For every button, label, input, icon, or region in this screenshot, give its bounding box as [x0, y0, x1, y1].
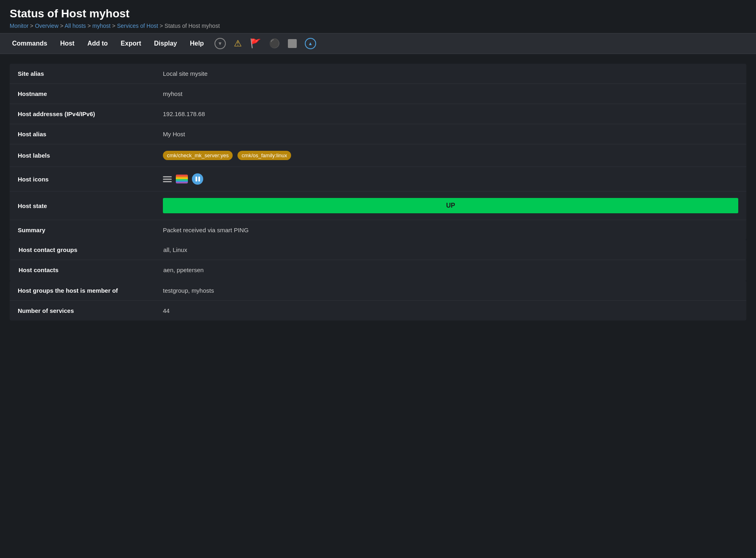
cone-icon-button[interactable]: 🚩 — [247, 36, 264, 51]
help-button[interactable]: Help — [184, 37, 210, 50]
breadcrumb: Monitor > Overview > All hosts > myhost … — [10, 23, 746, 29]
label-host-contact-groups: Host contact groups — [10, 240, 155, 260]
value-hostname: myhost — [155, 84, 746, 104]
table-row-host-addresses: Host addresses (IPv4/IPv6) 192.168.178.6… — [10, 104, 746, 124]
value-host-groups: testgroup, myhosts — [155, 281, 746, 301]
table-row-host-labels: Host labels cmk/check_mk_server:yes cmk/… — [10, 144, 746, 167]
label-tag-check-mk-server[interactable]: cmk/check_mk_server:yes — [163, 151, 233, 160]
breadcrumb-services-of-host[interactable]: Services of Host — [117, 23, 158, 29]
value-number-of-services: 44 — [155, 301, 746, 321]
value-host-contacts: aen, ppetersen — [155, 260, 746, 281]
label-host-state: Host state — [10, 192, 155, 220]
value-host-addresses: 192.168.178.68 — [155, 104, 746, 124]
rainbow-icon[interactable] — [176, 175, 188, 183]
value-host-state: UP — [155, 192, 746, 220]
display-button[interactable]: Display — [148, 37, 183, 50]
pause-icon[interactable] — [192, 173, 203, 185]
warning-icon: ⚠ — [234, 38, 242, 49]
commands-button[interactable]: Commands — [6, 37, 53, 50]
value-host-labels: cmk/check_mk_server:yes cmk/os_family:li… — [155, 144, 746, 167]
main-content: Site alias Local site mysite Hostname my… — [0, 54, 756, 321]
label-host-labels: Host labels — [10, 144, 155, 167]
host-info-table: Site alias Local site mysite Hostname my… — [10, 64, 746, 240]
table-row-host-contacts: Host contacts aen, ppetersen — [10, 260, 746, 281]
value-host-icons — [155, 167, 746, 192]
label-host-alias: Host alias — [10, 124, 155, 144]
export-button[interactable]: Export — [115, 37, 147, 50]
label-hostname: Hostname — [10, 84, 155, 104]
breadcrumb-monitor[interactable]: Monitor — [10, 23, 29, 29]
table-row-host-state: Host state UP — [10, 192, 746, 220]
circle-up-icon-button[interactable]: ▲ — [302, 35, 319, 52]
circle-up-icon: ▲ — [305, 38, 316, 49]
host-icons-row — [163, 173, 738, 185]
table-row-number-of-services: Number of services 44 — [10, 301, 746, 321]
breadcrumb-current: Status of Host myhost — [165, 23, 220, 29]
host-button[interactable]: Host — [54, 37, 80, 50]
breadcrumb-all-hosts[interactable]: All hosts — [65, 23, 86, 29]
value-host-alias: My Host — [155, 124, 746, 144]
chevron-down-icon: ▼ — [215, 38, 226, 49]
table-row-contact-groups: Host contact groups all, Linux — [10, 240, 746, 260]
value-site-alias: Local site mysite — [155, 64, 746, 84]
spotify-icon: ⚫ — [269, 38, 280, 49]
label-host-contacts: Host contacts — [10, 260, 155, 281]
table-row-hostname: Hostname myhost — [10, 84, 746, 104]
highlighted-contact-table: Host contact groups all, Linux Host cont… — [10, 240, 746, 281]
warning-icon-button[interactable]: ⚠ — [231, 36, 245, 51]
page-title: Status of Host myhost — [10, 7, 746, 20]
table-row-site-alias: Site alias Local site mysite — [10, 64, 746, 84]
label-summary: Summary — [10, 220, 155, 240]
breadcrumb-myhost[interactable]: myhost — [92, 23, 110, 29]
value-host-contact-groups: all, Linux — [155, 240, 746, 260]
label-host-addresses: Host addresses (IPv4/IPv6) — [10, 104, 155, 124]
label-site-alias: Site alias — [10, 64, 155, 84]
host-groups-table: Host groups the host is member of testgr… — [10, 281, 746, 321]
spotify-icon-button[interactable]: ⚫ — [266, 36, 283, 51]
dropdown-icon-button[interactable]: ▼ — [211, 35, 229, 52]
table-row-host-icons: Host icons — [10, 167, 746, 192]
toolbar: Commands Host Add to Export Display Help… — [0, 33, 756, 54]
page-header: Status of Host myhost Monitor > Overview… — [0, 0, 756, 33]
hamburger-icon[interactable] — [163, 176, 172, 182]
breadcrumb-overview[interactable]: Overview — [35, 23, 58, 29]
value-summary: Packet received via smart PING — [155, 220, 746, 240]
cone-icon: 🚩 — [250, 38, 261, 49]
table-row-summary: Summary Packet received via smart PING — [10, 220, 746, 240]
label-number-of-services: Number of services — [10, 301, 155, 321]
table-row-host-groups: Host groups the host is member of testgr… — [10, 281, 746, 301]
table-row-host-alias: Host alias My Host — [10, 124, 746, 144]
label-host-icons: Host icons — [10, 167, 155, 192]
host-state-badge: UP — [163, 198, 738, 213]
stop-icon — [288, 39, 297, 48]
label-tag-os-family[interactable]: cmk/os_family:linux — [237, 151, 291, 160]
add-to-button[interactable]: Add to — [82, 37, 114, 50]
stop-icon-button[interactable] — [285, 37, 300, 50]
label-host-groups: Host groups the host is member of — [10, 281, 155, 301]
